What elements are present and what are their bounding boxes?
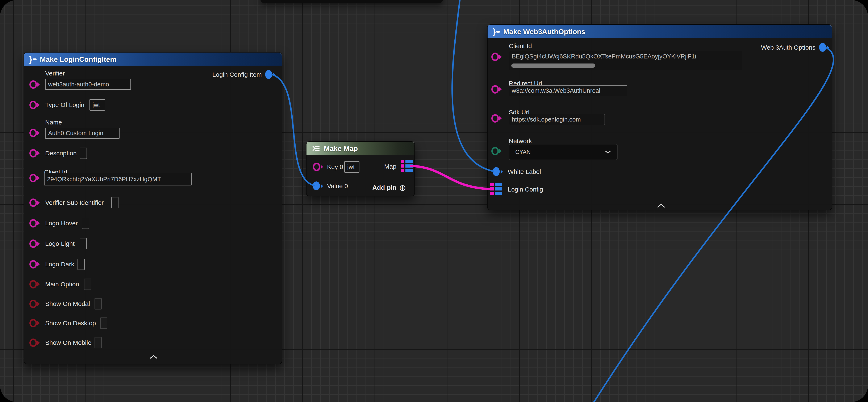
description-field[interactable] — [80, 148, 87, 159]
main-option-label: Main Option — [45, 281, 79, 288]
network-dropdown[interactable]: CYAN — [509, 144, 618, 160]
node-make-map[interactable]: Make Map Key 0 jwt Map Value 0 Add pin ⊕ — [306, 141, 415, 196]
logo-dark-field[interactable] — [78, 259, 85, 270]
node-header-make-map[interactable]: Make Map — [307, 142, 414, 155]
node-title: Make LoginConfigItem — [40, 55, 117, 63]
add-pin-label: Add pin — [372, 184, 396, 192]
redirect-url-field[interactable]: w3a://com.w3a.Web3AuthUnreal — [509, 85, 627, 96]
description-label: Description — [45, 150, 77, 157]
key-0-value: jwt — [347, 164, 354, 171]
show-on-desktop-label: Show On Desktop — [45, 320, 96, 327]
client-id-pin[interactable] — [29, 173, 39, 183]
collapse-chevron-icon[interactable] — [149, 355, 158, 359]
wire-map-to-loginconfig[interactable] — [410, 166, 494, 189]
show-on-modal-checkbox[interactable] — [95, 298, 102, 310]
client-id-label: Client Id — [509, 42, 532, 50]
make-container-icon — [312, 145, 320, 152]
verifier-sub-identifier-field[interactable] — [111, 197, 119, 208]
node-header-make-web3authoptions[interactable]: } Make Web3AuthOptions — [488, 25, 832, 38]
show-on-modal-pin[interactable] — [29, 299, 39, 309]
network-label: Network — [509, 138, 532, 145]
verifier-pin[interactable] — [29, 80, 39, 89]
show-on-desktop-checkbox[interactable] — [100, 317, 107, 329]
map-output-label: Map — [384, 163, 396, 170]
name-value: Auth0 Custom Login — [48, 130, 103, 137]
client-id-scrollbar[interactable] — [511, 63, 595, 68]
verifier-value: web3auth-auth0-demo — [48, 81, 109, 88]
redirect-url-pin[interactable] — [491, 85, 501, 94]
logo-light-field[interactable] — [80, 238, 87, 249]
white-label-pin[interactable] — [493, 167, 503, 176]
network-selected-value: CYAN — [515, 149, 531, 155]
output-pin-label: Web 3Auth Options — [761, 44, 815, 51]
show-on-desktop-pin[interactable] — [29, 318, 39, 328]
collapse-chevron-icon[interactable] — [657, 203, 665, 208]
offscreen-node-shadow — [260, 0, 443, 3]
add-pin-plus-icon: ⊕ — [399, 183, 406, 193]
white-label-label: White Label — [508, 168, 541, 175]
add-pin-button[interactable]: Add pin ⊕ — [372, 183, 406, 193]
type-of-login-label: Type Of Login — [45, 101, 85, 109]
node-header-make-loginconfigitem[interactable]: } Make LoginConfigItem — [24, 53, 282, 66]
verifier-sub-identifier-label: Verifier Sub Identifier — [45, 199, 103, 206]
make-struct-icon: } — [29, 55, 36, 63]
key-0-field[interactable]: jwt — [344, 161, 360, 173]
value-0-label: Value 0 — [327, 182, 348, 190]
blueprint-graph-canvas[interactable]: } Make LoginConfigItem Login Config Item… — [0, 0, 868, 402]
logo-light-pin[interactable] — [29, 239, 39, 248]
logo-hover-label: Logo Hover — [45, 220, 78, 227]
verifier-sub-identifier-pin[interactable] — [29, 198, 39, 207]
node-title: Make Map — [324, 144, 358, 153]
web3auth-options-output-pin[interactable] — [819, 43, 829, 52]
show-on-mobile-pin[interactable] — [29, 338, 39, 347]
redirect-url-value: w3a://com.w3a.Web3AuthUnreal — [512, 87, 600, 94]
node-make-loginconfigitem[interactable]: } Make LoginConfigItem Login Config Item… — [24, 52, 282, 364]
description-pin[interactable] — [29, 149, 39, 158]
logo-dark-pin[interactable] — [29, 260, 39, 269]
key-0-pin[interactable] — [313, 162, 323, 172]
name-field[interactable]: Auth0 Custom Login — [45, 127, 120, 139]
key-0-label: Key 0 — [327, 163, 343, 171]
output-pin-label: Login Config Item — [212, 71, 262, 78]
logo-light-label: Logo Light — [45, 240, 74, 247]
logo-dark-label: Logo Dark — [45, 261, 74, 268]
node-title: Make Web3AuthOptions — [503, 28, 585, 36]
name-label: Name — [45, 119, 62, 126]
show-on-modal-label: Show On Modal — [45, 300, 90, 307]
verifier-field[interactable]: web3auth-auth0-demo — [45, 79, 131, 90]
type-of-login-pin[interactable] — [29, 100, 39, 110]
show-on-mobile-checkbox[interactable] — [95, 337, 102, 348]
logo-hover-pin[interactable] — [29, 219, 39, 228]
sdk-url-field[interactable]: https://sdk.openlogin.com — [509, 114, 605, 125]
client-id-field[interactable]: 294QRkchfq2YaXUbPri7D6PH7xzHgQMT — [44, 173, 192, 185]
client-id-value: BEglQSgt4cUWcj6SKRdu5QkOXTsePmMcusG5EAoy… — [512, 53, 741, 60]
client-id-pin[interactable] — [491, 52, 501, 61]
client-id-value: 294QRkchfq2YaXUbPri7D6PH7xzHgQMT — [47, 176, 161, 183]
name-pin[interactable] — [29, 128, 39, 138]
network-pin[interactable] — [491, 147, 501, 156]
sdk-url-pin[interactable] — [491, 114, 501, 123]
logo-hover-field[interactable] — [82, 218, 89, 229]
make-struct-icon: } — [493, 28, 500, 35]
main-option-checkbox[interactable] — [84, 279, 91, 290]
client-id-field[interactable]: BEglQSgt4cUWcj6SKRdu5QkOXTsePmMcusG5EAoy… — [509, 51, 742, 70]
chevron-down-icon — [605, 150, 611, 154]
type-of-login-value: jwt — [92, 102, 100, 109]
main-option-pin[interactable] — [29, 280, 39, 289]
node-make-web3authoptions[interactable]: } Make Web3AuthOptions Web 3Auth Options… — [487, 24, 832, 210]
sdk-url-value: https://sdk.openlogin.com — [512, 116, 581, 123]
show-on-mobile-label: Show On Mobile — [45, 339, 91, 346]
login-config-label: Login Config — [508, 186, 543, 193]
type-of-login-field[interactable]: jwt — [90, 99, 105, 111]
verifier-label: Verifier — [45, 70, 65, 77]
